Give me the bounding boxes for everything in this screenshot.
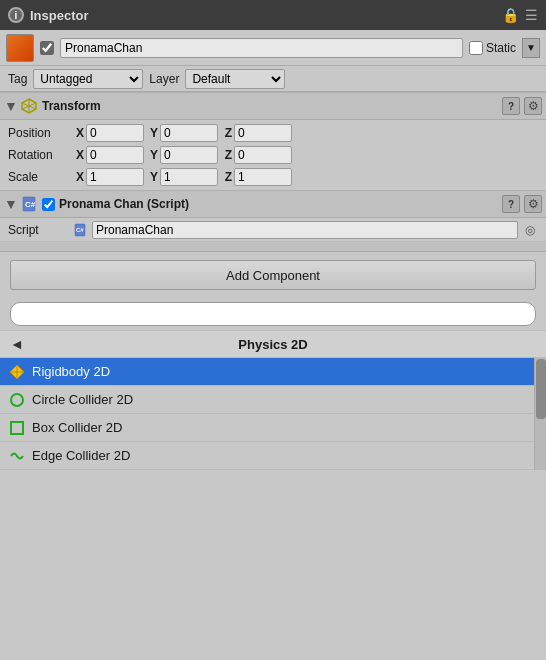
position-z-label: Z — [220, 126, 232, 140]
script-file-icon: C# — [74, 223, 88, 237]
position-label: Position — [8, 126, 68, 140]
tag-layer-row: Tag Untagged Layer Default — [0, 66, 546, 92]
scale-x-input[interactable] — [86, 168, 144, 186]
rotation-y-label: Y — [146, 148, 158, 162]
list-item[interactable]: Box Collider 2D — [0, 414, 534, 442]
svg-text:C#: C# — [76, 227, 84, 233]
static-dropdown-button[interactable]: ▼ — [522, 38, 540, 58]
scale-row: Scale X Y Z — [0, 166, 546, 188]
script-help-button[interactable]: ? — [502, 195, 520, 213]
scale-z-input[interactable] — [234, 168, 292, 186]
circle-collider-icon — [8, 391, 26, 409]
rotation-x-label: X — [72, 148, 84, 162]
edge-collider-icon — [8, 447, 26, 465]
script-field-row: Script C# ◎ — [0, 218, 546, 242]
transform-help-button[interactable]: ? — [502, 97, 520, 115]
tag-label: Tag — [8, 72, 27, 86]
static-group: Static — [469, 41, 516, 55]
script-active-checkbox[interactable] — [42, 198, 55, 211]
rotation-z-input[interactable] — [234, 146, 292, 164]
rotation-y-input[interactable] — [160, 146, 218, 164]
rigidbody-label: Rigidbody 2D — [32, 364, 110, 379]
gameobject-row: Static ▼ — [0, 30, 546, 66]
menu-icon[interactable]: ☰ — [525, 7, 538, 23]
inspector-icon: i — [8, 7, 24, 23]
search-wrap: 🔍 — [10, 302, 536, 326]
transform-icon — [20, 97, 38, 115]
section-spacer — [0, 242, 546, 252]
list-item[interactable]: Rigidbody 2D — [0, 358, 534, 386]
position-y-label: Y — [146, 126, 158, 140]
transform-foldout[interactable]: ▼ — [4, 98, 16, 114]
list-item[interactable]: Edge Collider 2D — [0, 442, 534, 470]
script-foldout[interactable]: ▼ — [4, 196, 16, 212]
position-xyz: X Y Z — [72, 124, 538, 142]
static-label: Static — [486, 41, 516, 55]
gameobject-name-input[interactable] — [60, 38, 463, 58]
physics2d-header: ◄ Physics 2D — [0, 330, 546, 358]
component-list-scroll-area: Rigidbody 2D Circle Collider 2D Box Coll… — [0, 358, 546, 470]
scale-xyz: X Y Z — [72, 168, 538, 186]
script-label: Script — [8, 223, 68, 237]
rotation-x-input[interactable] — [86, 146, 144, 164]
edge-collider-label: Edge Collider 2D — [32, 448, 130, 463]
scale-z-label: Z — [220, 170, 232, 184]
scale-x-label: X — [72, 170, 84, 184]
add-component-area: Add Component — [0, 252, 546, 298]
box-collider-icon — [8, 419, 26, 437]
transform-title: Transform — [42, 99, 498, 113]
search-input[interactable] — [10, 302, 536, 326]
component-list: Rigidbody 2D Circle Collider 2D Box Coll… — [0, 358, 534, 470]
script-title: Pronama Chan (Script) — [59, 197, 498, 211]
position-z-input[interactable] — [234, 124, 292, 142]
script-section-header: ▼ C# Pronama Chan (Script) ? ⚙ — [0, 190, 546, 218]
scale-label: Scale — [8, 170, 68, 184]
position-x-input[interactable] — [86, 124, 144, 142]
scale-y-input[interactable] — [160, 168, 218, 186]
layer-label: Layer — [149, 72, 179, 86]
rigidbody-icon — [8, 363, 26, 381]
rotation-xyz: X Y Z — [72, 146, 538, 164]
static-checkbox[interactable] — [469, 41, 483, 55]
position-y-input[interactable] — [160, 124, 218, 142]
tag-select[interactable]: Untagged — [33, 69, 143, 89]
physics2d-title: Physics 2D — [238, 337, 307, 352]
script-target-button[interactable]: ◎ — [522, 222, 538, 238]
inspector-title: Inspector — [30, 8, 89, 23]
header-bar: i Inspector 🔒 ☰ — [0, 0, 546, 30]
search-box-wrap: 🔍 — [0, 298, 546, 330]
script-value-input[interactable] — [92, 221, 518, 239]
script-gear-button[interactable]: ⚙ — [524, 195, 542, 213]
lock-icon[interactable]: 🔒 — [502, 7, 519, 23]
position-row: Position X Y Z — [0, 122, 546, 144]
svg-text:C#: C# — [25, 200, 36, 209]
transform-gear-button[interactable]: ⚙ — [524, 97, 542, 115]
box-collider-label: Box Collider 2D — [32, 420, 122, 435]
scale-y-label: Y — [146, 170, 158, 184]
circle-collider-label: Circle Collider 2D — [32, 392, 133, 407]
layer-select[interactable]: Default — [185, 69, 285, 89]
list-item[interactable]: Circle Collider 2D — [0, 386, 534, 414]
rotation-row: Rotation X Y Z — [0, 144, 546, 166]
scrollbar-thumb[interactable] — [536, 359, 546, 419]
script-field-group: C# ◎ — [74, 221, 538, 239]
gameobject-active-checkbox[interactable] — [40, 41, 54, 55]
transform-fields: Position X Y Z Rotation X Y Z — [0, 120, 546, 190]
scrollbar-track[interactable] — [534, 358, 546, 470]
rotation-label: Rotation — [8, 148, 68, 162]
position-x-label: X — [72, 126, 84, 140]
rotation-z-label: Z — [220, 148, 232, 162]
transform-section-header: ▼ Transform ? ⚙ — [0, 92, 546, 120]
inspector-panel: Static ▼ Tag Untagged Layer Default ▼ Tr… — [0, 30, 546, 470]
script-section-icon: C# — [20, 195, 38, 213]
add-component-button[interactable]: Add Component — [10, 260, 536, 290]
gameobject-icon — [6, 34, 34, 62]
physics-back-arrow[interactable]: ◄ — [10, 336, 24, 352]
